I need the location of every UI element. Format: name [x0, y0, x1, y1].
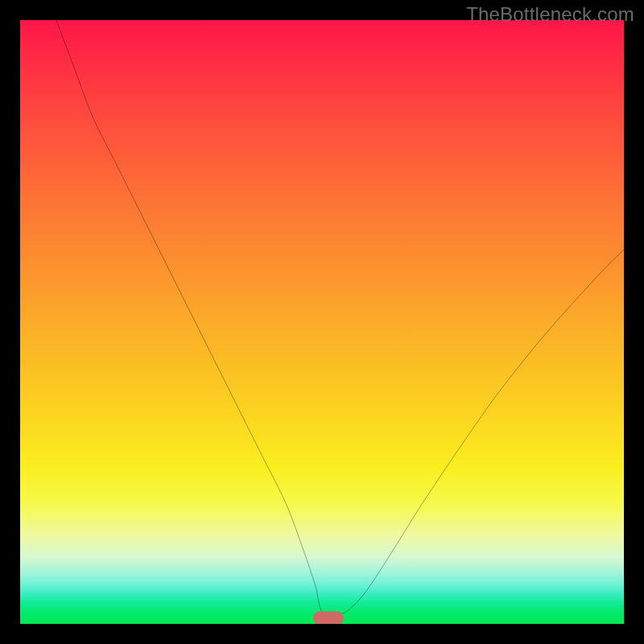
curve-path [56, 20, 624, 615]
plot-area [20, 20, 624, 624]
optimum-marker [313, 611, 344, 624]
watermark-text: TheBottleneck.com [466, 3, 634, 26]
bottleneck-curve [20, 20, 624, 624]
chart-frame: TheBottleneck.com [0, 0, 644, 644]
